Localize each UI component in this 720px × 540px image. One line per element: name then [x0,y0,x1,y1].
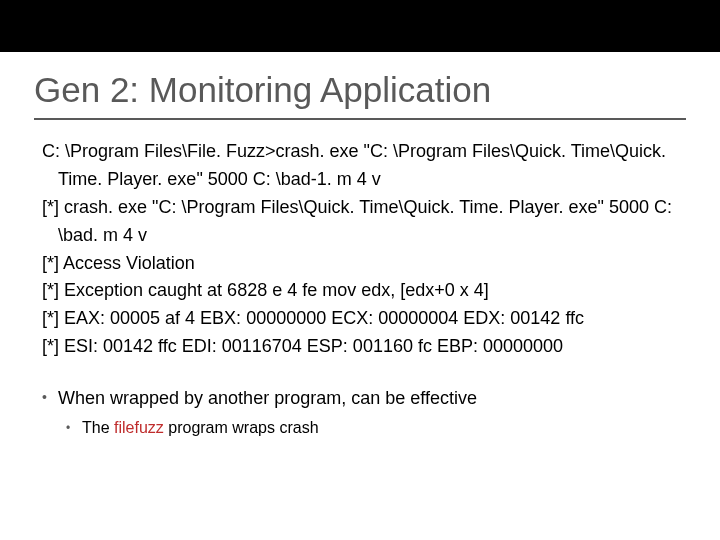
terminal-line: C: \Program Files\File. Fuzz>crash. exe … [42,138,682,194]
slide-title: Gen 2: Monitoring Application [34,70,720,110]
highlighted-term: filefuzz [114,419,164,436]
slide: Gen 2: Monitoring Application C: \Progra… [0,0,720,540]
bullet-text-pre: The [82,419,114,436]
terminal-line: [*] crash. exe "C: \Program Files\Quick.… [42,194,682,250]
terminal-output: C: \Program Files\File. Fuzz>crash. exe … [42,138,682,361]
bullet-list: When wrapped by another program, can be … [42,385,720,440]
terminal-line: [*] EAX: 00005 af 4 EBX: 00000000 ECX: 0… [42,305,682,333]
terminal-line: [*] ESI: 00142 ffc EDI: 00116704 ESP: 00… [42,333,682,361]
bullet-item: When wrapped by another program, can be … [42,385,720,412]
title-underline [34,118,686,120]
sub-bullet-item: The filefuzz program wraps crash [66,416,720,440]
terminal-line: [*] Exception caught at 6828 e 4 fe mov … [42,277,682,305]
bullet-text-post: program wraps crash [164,419,319,436]
terminal-line: [*] Access Violation [42,250,682,278]
top-bar [0,0,720,52]
bullet-text: When wrapped by another program, can be … [58,388,477,408]
